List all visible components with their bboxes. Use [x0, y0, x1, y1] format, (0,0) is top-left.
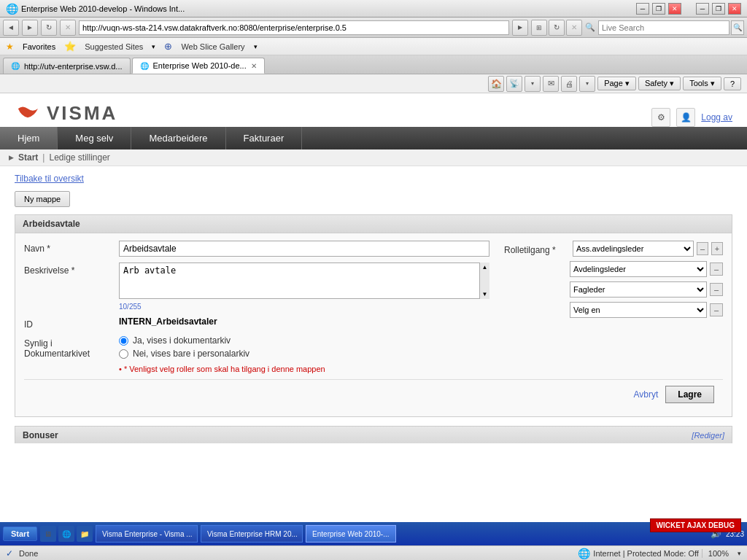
- taskbar-item-0[interactable]: Visma Enterprise - Visma ...: [96, 525, 198, 542]
- search-input[interactable]: [598, 20, 729, 35]
- rolletilgang-label: Rolletilgang *: [504, 242, 570, 255]
- role-select-2[interactable]: Fagleder: [570, 281, 707, 298]
- id-field: INTERN_Arbeidsavtaler: [119, 316, 489, 327]
- role-remove-btn-3[interactable]: –: [710, 303, 723, 316]
- nav-fakturaer[interactable]: Fakturaer: [226, 127, 303, 149]
- page-button[interactable]: Page ▾: [597, 77, 636, 90]
- logout-link[interactable]: Logg av: [701, 112, 732, 122]
- print-button[interactable]: 🖨: [561, 76, 577, 92]
- search-go-button[interactable]: 🔍: [731, 20, 744, 35]
- role-select-3[interactable]: Velg en: [570, 302, 707, 318]
- section-header: Arbeidsavtale: [15, 215, 732, 233]
- scroll-up-icon[interactable]: ▲: [482, 264, 488, 271]
- home-button[interactable]: 🏠: [488, 76, 504, 92]
- beskrivelse-row: Beskrivelse * Arb avtale ▲ ▼ 10/255: [24, 262, 489, 311]
- favorites-label[interactable]: Favorites: [23, 42, 55, 51]
- quick-launch: 🖥 🌐 📁: [40, 526, 93, 542]
- mail-button[interactable]: ✉: [543, 76, 559, 92]
- tab-1-label: Enterprise Web 2010-de...: [153, 61, 247, 70]
- tab-1[interactable]: 🌐 Enterprise Web 2010-de... ✕: [132, 58, 265, 74]
- visma-bird-icon: [15, 104, 41, 124]
- zoom-level: 100%: [702, 549, 735, 558]
- scroll-down-icon[interactable]: ▼: [482, 291, 488, 298]
- wicket-debug-button[interactable]: WICKET AJAX DEBUG: [650, 518, 741, 532]
- tools-button[interactable]: Tools ▾: [683, 77, 721, 90]
- arbeidsavtale-section: Arbeidsavtale Navn * Beskrivel: [15, 214, 732, 417]
- ie-launch-icon[interactable]: 🌐: [58, 526, 74, 542]
- role-select-0[interactable]: Ass.avdelingsleder: [573, 241, 694, 257]
- role-add-btn-0[interactable]: +: [711, 242, 723, 255]
- role-row-3: Velg en –: [504, 302, 723, 318]
- show-desktop-icon[interactable]: 🖥: [40, 526, 56, 542]
- forward-button[interactable]: ►: [22, 20, 38, 36]
- ie-max-button[interactable]: ❐: [712, 3, 725, 15]
- browser-toolbar: 🏠 📡 ▾ ✉ 🖨 ▾ Page ▾ Safety ▾ Tools ▾ ?: [0, 74, 747, 93]
- synlig-field: Ja, vises i dokumentarkiv Nei, vises bar…: [119, 335, 489, 373]
- minimize-button[interactable]: ─: [636, 3, 649, 15]
- beskrivelse-textarea[interactable]: Arb avtale: [119, 262, 489, 299]
- taskbar-item-1[interactable]: Visma Enterprise HRM 20...: [201, 525, 303, 542]
- rediger-link[interactable]: [Rediger]: [692, 431, 724, 440]
- navn-input[interactable]: [119, 241, 489, 257]
- user-icon[interactable]: 👤: [676, 108, 695, 127]
- cancel-link[interactable]: Avbryt: [634, 389, 659, 400]
- compatibility-button[interactable]: ⊞: [531, 20, 547, 36]
- back-button[interactable]: ◄: [3, 20, 19, 36]
- nav-medarbeidere[interactable]: Medarbeidere: [131, 127, 225, 149]
- suggested-sites-link[interactable]: Suggested Sites: [85, 42, 143, 51]
- visma-logo-text: VISMA: [47, 102, 117, 125]
- right-column: Rolletilgang * Ass.avdelingsleder – + Av…: [489, 241, 723, 379]
- taskbar-label-0: Visma Enterprise - Visma ...: [102, 530, 193, 538]
- ie-min-button[interactable]: ─: [696, 3, 709, 15]
- nav-hjem[interactable]: Hjem: [0, 127, 58, 149]
- stop-alt-button[interactable]: ✕: [566, 20, 582, 36]
- help-button[interactable]: ?: [724, 77, 741, 90]
- radio-nei[interactable]: [119, 349, 128, 359]
- radio-ja[interactable]: [119, 336, 128, 346]
- close-window-button[interactable]: ✕: [668, 3, 681, 15]
- taskbar-item-2[interactable]: Enterprise Web 2010-...: [306, 525, 395, 542]
- browser-icon: 🌐: [6, 3, 18, 15]
- role-remove-btn-2[interactable]: –: [710, 283, 723, 296]
- tab-0-icon: 🌐: [11, 62, 20, 70]
- breadcrumb-arrow-icon: ▶: [9, 154, 14, 161]
- role-remove-btn-0[interactable]: –: [697, 242, 708, 255]
- refresh-alt-button[interactable]: ↻: [549, 20, 565, 36]
- address-input[interactable]: [79, 20, 509, 35]
- visma-header: VISMA ⚙ 👤 Logg av: [0, 93, 747, 127]
- role-remove-btn-1[interactable]: –: [710, 262, 723, 276]
- section-body: Navn * Beskrivelse * Arb avtale: [15, 233, 732, 416]
- feeds-button[interactable]: 📡: [506, 76, 522, 92]
- breadcrumb-start[interactable]: Start: [18, 152, 38, 163]
- web-slice-gallery-link[interactable]: Web Slice Gallery: [181, 42, 244, 51]
- id-label: ID: [24, 316, 119, 330]
- breadcrumb: ▶ Start | Ledige stillinger: [0, 149, 747, 166]
- page-inner: Tilbake til oversikt Ny mappe Arbeidsavt…: [0, 166, 747, 443]
- tab-1-close[interactable]: ✕: [251, 62, 257, 70]
- back-link[interactable]: Tilbake til oversikt: [15, 174, 84, 184]
- breadcrumb-ledige[interactable]: Ledige stillinger: [49, 152, 109, 163]
- nav-meg-selv[interactable]: Meg selv: [58, 127, 131, 149]
- beskrivelse-label: Beskrivelse *: [24, 262, 119, 276]
- print-arrow[interactable]: ▾: [579, 76, 595, 92]
- tab-0[interactable]: 🌐 http://utv-enterprise.vsw.d...: [3, 58, 131, 74]
- safety-button[interactable]: Safety ▾: [638, 77, 681, 90]
- start-button[interactable]: Start: [3, 526, 37, 541]
- role-row-0: Rolletilgang * Ass.avdelingsleder – +: [504, 241, 723, 257]
- refresh-button[interactable]: ↻: [41, 20, 57, 36]
- save-button[interactable]: Lagre: [665, 386, 714, 403]
- go-button[interactable]: ▶: [512, 20, 528, 36]
- role-select-1[interactable]: Avdelingsleder: [570, 261, 707, 277]
- radio-nei-label: Nei, vises bare i personalarkiv: [133, 349, 249, 359]
- folder-icon[interactable]: 📁: [77, 526, 93, 542]
- zoom-arrow[interactable]: ▾: [738, 550, 741, 557]
- settings-icon[interactable]: ⚙: [651, 108, 670, 127]
- ie-close-button[interactable]: ✕: [728, 3, 741, 15]
- breadcrumb-separator: |: [42, 152, 44, 163]
- stop-button[interactable]: ✕: [60, 20, 76, 36]
- new-folder-button[interactable]: Ny mappe: [15, 191, 70, 207]
- feeds-arrow[interactable]: ▾: [525, 76, 541, 92]
- radio-nei-row: Nei, vises bare i personalarkiv: [119, 349, 489, 359]
- restore-button[interactable]: ❐: [652, 3, 665, 15]
- left-column: Navn * Beskrivelse * Arb avtale: [24, 241, 489, 379]
